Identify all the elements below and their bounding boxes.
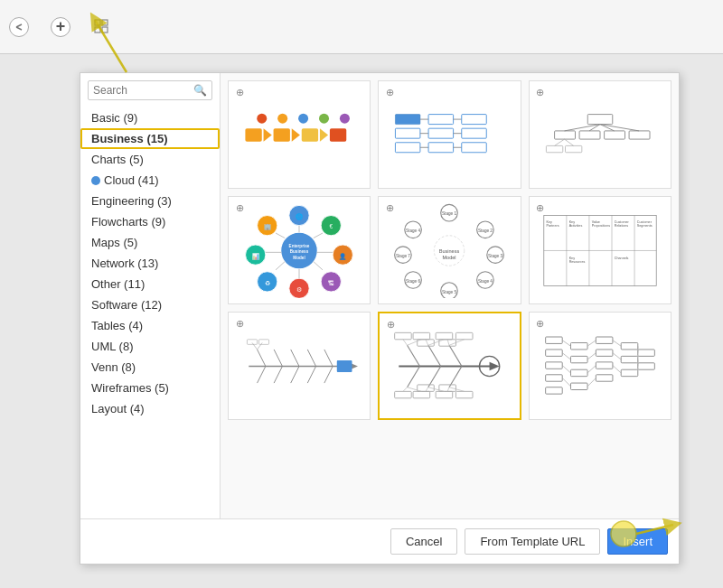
svg-rect-20 [396, 114, 421, 124]
zoom-icon-4[interactable]: ⊕ [232, 201, 247, 215]
zoom-icon-1[interactable]: ⊕ [232, 85, 247, 99]
svg-marker-13 [320, 128, 328, 142]
zoom-icon-8[interactable]: ⊕ [383, 317, 398, 331]
category-item-wireframes[interactable]: Wireframes (5) [80, 378, 220, 398]
search-input[interactable] [93, 84, 190, 97]
svg-line-63 [314, 261, 323, 269]
svg-line-46 [554, 139, 564, 145]
svg-line-118 [307, 349, 315, 366]
insert-button[interactable]: Insert [607, 528, 668, 555]
category-label: Network (13) [91, 257, 158, 270]
svg-line-125 [252, 342, 258, 349]
svg-marker-9 [264, 128, 272, 142]
svg-rect-176 [596, 374, 613, 380]
svg-text:👤: 👤 [339, 251, 347, 259]
category-item-software[interactable]: Software (12) [80, 294, 220, 315]
svg-rect-5 [102, 27, 108, 33]
search-box[interactable]: 🔍 [88, 80, 212, 100]
svg-rect-167 [545, 374, 562, 380]
zoom-icon-6[interactable]: ⊕ [533, 201, 548, 215]
svg-rect-152 [395, 391, 412, 397]
svg-rect-143 [437, 332, 454, 339]
svg-point-19 [340, 113, 350, 123]
svg-line-121 [274, 366, 282, 383]
svg-rect-178 [621, 356, 638, 362]
svg-rect-28 [429, 142, 455, 152]
zoom-icon-9[interactable]: ⊕ [533, 316, 548, 331]
category-item-network[interactable]: Network (13) [80, 253, 220, 274]
svg-line-122 [291, 366, 299, 383]
category-item-flowcharts[interactable]: Flowcharts (9) [80, 211, 220, 232]
svg-line-67 [276, 233, 285, 238]
svg-rect-34 [462, 142, 487, 152]
category-item-venn[interactable]: Venn (8) [80, 357, 220, 378]
category-label: Software (12) [91, 298, 162, 312]
svg-line-116 [274, 349, 282, 366]
template-item-9[interactable]: ⊕ [529, 312, 671, 420]
svg-text:Business: Business [439, 248, 460, 254]
svg-text:📊: 📊 [252, 251, 260, 259]
svg-line-124 [324, 366, 333, 383]
template-preview-area: ⊕ [221, 73, 679, 518]
svg-text:Model: Model [443, 254, 456, 259]
svg-line-43 [600, 124, 639, 130]
category-label: UML (8) [91, 340, 133, 353]
svg-rect-32 [462, 114, 487, 124]
category-item-uml[interactable]: UML (8) [80, 336, 220, 357]
zoom-icon-5[interactable]: ⊕ [382, 201, 397, 215]
svg-line-123 [307, 366, 315, 383]
category-label: Other (11) [91, 277, 145, 291]
svg-rect-38 [604, 130, 624, 138]
cloud-category-icon [91, 176, 100, 185]
category-item-cloud[interactable]: Cloud (41) [80, 170, 220, 191]
svg-rect-171 [570, 369, 587, 376]
svg-rect-45 [565, 145, 581, 152]
svg-line-185 [562, 378, 570, 386]
cancel-button[interactable]: Cancel [390, 528, 457, 555]
svg-line-139 [449, 366, 462, 387]
category-item-engineering[interactable]: Engineering (3) [80, 191, 220, 211]
svg-text:Relations: Relations [615, 224, 629, 228]
svg-rect-22 [396, 142, 421, 152]
category-item-maps[interactable]: Maps (5) [80, 232, 220, 253]
zoom-icon-2[interactable]: ⊕ [382, 85, 397, 99]
template-item-4[interactable]: ⊕ Enterprise Business Model [228, 196, 371, 304]
svg-text:Resources: Resources [568, 260, 585, 264]
svg-rect-168 [545, 387, 562, 393]
category-item-charts[interactable]: Charts (5) [80, 149, 220, 170]
svg-text:Customer: Customer [615, 219, 630, 223]
svg-rect-177 [621, 342, 638, 349]
category-item-basic[interactable]: Basic (9) [80, 107, 220, 128]
svg-line-117 [291, 349, 299, 366]
template-item-6[interactable]: ⊕ Key Partners Key Activities [529, 196, 671, 304]
zoom-icon-7[interactable]: ⊕ [232, 316, 247, 331]
svg-text:Customer: Customer [637, 219, 653, 223]
template-item-3[interactable]: ⊕ [529, 80, 671, 189]
svg-rect-130 [337, 360, 352, 372]
template-item-2[interactable]: ⊕ [378, 80, 521, 189]
svg-text:Channels: Channels [615, 256, 629, 259]
category-item-business[interactable]: Business (15) [80, 128, 220, 149]
svg-rect-10 [274, 128, 290, 142]
template-item-8[interactable]: ⊕ [378, 312, 521, 420]
template-item-5[interactable]: ⊕ Business Model Stage 1 Stage 2 Stage 3 [378, 196, 521, 304]
svg-text:Key: Key [546, 219, 552, 223]
svg-point-18 [319, 113, 329, 123]
template-item-1[interactable]: ⊕ [228, 80, 371, 189]
zoom-icon-3[interactable]: ⊕ [533, 85, 548, 99]
category-item-tables[interactable]: Tables (4) [80, 315, 220, 336]
dialog-footer: Cancel From Template URL Insert [80, 518, 679, 564]
svg-rect-36 [554, 130, 575, 138]
category-label: Flowcharts (9) [91, 215, 165, 229]
template-item-7[interactable]: ⊕ [228, 312, 371, 420]
from-template-url-button[interactable]: From Template URL [465, 528, 600, 555]
svg-text:Stage 1: Stage 1 [443, 211, 457, 216]
add-icon[interactable]: + [51, 17, 70, 37]
category-item-layout[interactable]: Layout (4) [80, 398, 220, 419]
category-sidebar: 🔍 Basic (9)Business (15)Charts (5)Cloud … [80, 73, 221, 518]
svg-line-160 [426, 387, 428, 391]
category-item-other[interactable]: Other (11) [80, 274, 220, 294]
svg-line-0 [16, 24, 22, 27]
svg-text:Propositions: Propositions [592, 224, 611, 228]
svg-rect-141 [414, 332, 431, 339]
